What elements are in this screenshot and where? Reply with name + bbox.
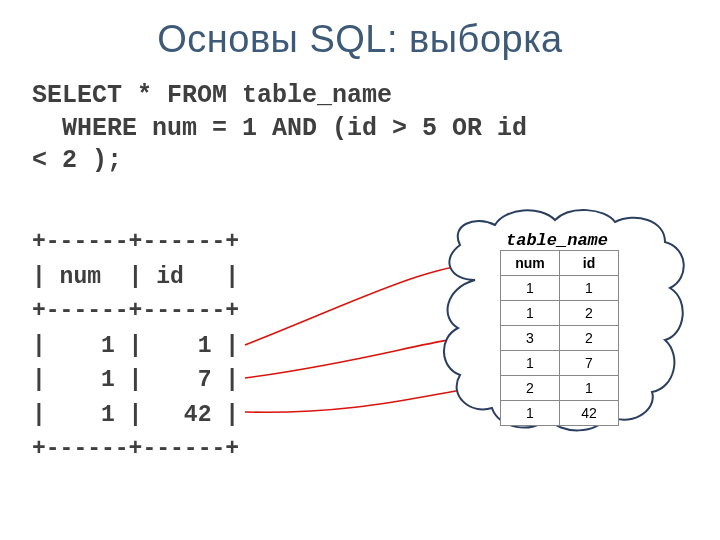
sql-line-2: WHERE num = 1 AND (id > 5 OR id [32, 114, 527, 143]
table-row: 1 1 [501, 276, 619, 301]
result-ascii-table: +------+------+ | num | id | +------+---… [32, 225, 239, 467]
sql-line-1: SELECT * FROM table_name [32, 81, 392, 110]
table-row: 1 42 [501, 401, 619, 426]
table-row: 1 7 [501, 351, 619, 376]
source-table-cloud: table_name num id 1 1 1 2 3 2 [420, 200, 710, 500]
result-border: +------+------+ [32, 298, 239, 324]
table-header-row: num id [501, 251, 619, 276]
source-table-label: table_name [506, 231, 608, 250]
result-border: +------+------+ [32, 436, 239, 462]
col-header-id: id [560, 251, 619, 276]
slide-title: Основы SQL: выборка [0, 18, 720, 61]
table-row: 3 2 [501, 326, 619, 351]
result-row: | 1 | 7 | [32, 367, 239, 393]
sql-query: SELECT * FROM table_name WHERE num = 1 A… [32, 80, 692, 178]
col-header-num: num [501, 251, 560, 276]
result-border: +------+------+ [32, 229, 239, 255]
table-row: 2 1 [501, 376, 619, 401]
table-row: 1 2 [501, 301, 619, 326]
result-row: | 1 | 42 | [32, 402, 239, 428]
sql-line-3: < 2 ); [32, 146, 122, 175]
result-row: | 1 | 1 | [32, 333, 239, 359]
source-table: num id 1 1 1 2 3 2 1 7 [500, 250, 619, 426]
result-header: | num | id | [32, 264, 239, 290]
slide: Основы SQL: выборка SELECT * FROM table_… [0, 0, 720, 540]
